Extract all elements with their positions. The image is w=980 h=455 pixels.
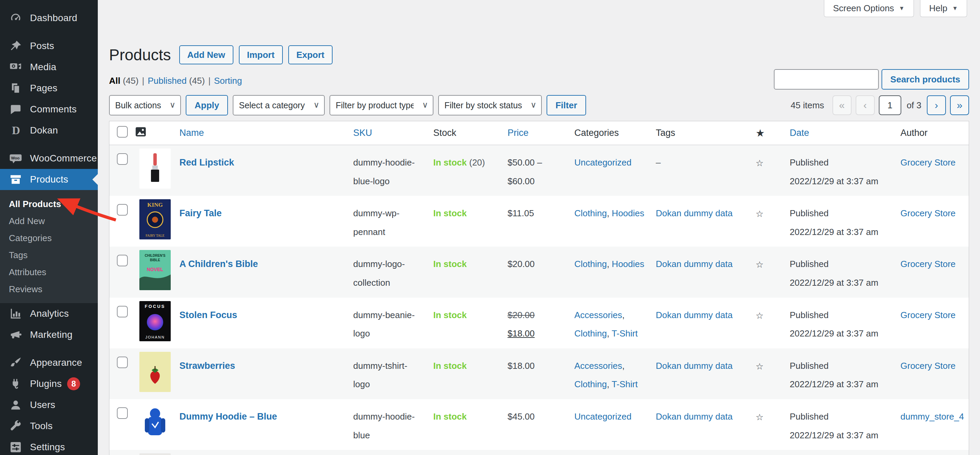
author-link[interactable]: dummy_store_4 xyxy=(900,411,964,422)
sidebar-item-users[interactable]: Users xyxy=(0,395,98,415)
sidebar-item-label: Dokan xyxy=(30,125,58,136)
sidebar-item-woocommerce[interactable]: WooWooCommerce xyxy=(0,148,98,169)
import-button[interactable]: Import xyxy=(239,45,283,64)
help-button[interactable]: Help ▼ xyxy=(920,0,967,17)
product-name-link[interactable]: Dummy Hoodie – Blue xyxy=(180,411,277,423)
submenu-item-add-new[interactable]: Add New xyxy=(0,212,98,230)
row-checkbox[interactable] xyxy=(117,153,128,165)
featured-star-icon[interactable]: ☆ xyxy=(756,361,764,371)
column-header-name[interactable]: Name xyxy=(174,121,348,145)
sidebar-item-label: WooCommerce xyxy=(30,153,97,164)
author-link[interactable]: Grocery Store xyxy=(900,208,956,218)
tag-link[interactable]: Dokan dummy data xyxy=(656,310,733,320)
search-input[interactable] xyxy=(774,69,879,90)
submenu-item-reviews[interactable]: Reviews xyxy=(0,281,98,298)
author-link[interactable]: Grocery Store xyxy=(900,259,956,269)
category-link[interactable]: Clothing xyxy=(574,328,607,339)
featured-star-icon[interactable]: ☆ xyxy=(756,412,764,422)
view-published[interactable]: Published xyxy=(148,76,186,86)
sidebar-item-products[interactable]: Products xyxy=(0,169,98,190)
first-page-button[interactable]: « xyxy=(832,95,851,115)
bulk-actions-select[interactable]: Bulk actions xyxy=(109,95,181,116)
product-name-link[interactable]: A Children's Bible xyxy=(180,258,258,270)
category-link[interactable]: Clothing xyxy=(574,259,607,269)
next-page-button[interactable]: › xyxy=(927,95,946,115)
row-checkbox[interactable] xyxy=(117,306,128,317)
category-link[interactable]: Clothing xyxy=(574,379,607,389)
stock-status-filter-select[interactable]: Filter by stock status xyxy=(438,95,542,116)
export-button[interactable]: Export xyxy=(288,45,332,64)
screen-options-button[interactable]: Screen Options ▼ xyxy=(824,0,914,17)
row-checkbox[interactable] xyxy=(117,204,128,216)
product-type-filter-select[interactable]: Filter by product type xyxy=(329,95,433,116)
sidebar-item-posts[interactable]: Posts xyxy=(0,35,98,57)
tag-link[interactable]: Dokan dummy data xyxy=(656,259,733,269)
prev-page-button[interactable]: ‹ xyxy=(856,95,875,115)
row-checkbox[interactable] xyxy=(117,357,128,368)
category-link[interactable]: Clothing xyxy=(574,208,607,218)
category-link[interactable]: Hoodies xyxy=(612,259,644,269)
sidebar-item-dokan[interactable]: DDokan xyxy=(0,120,98,141)
sidebar-item-tools[interactable]: Tools xyxy=(0,415,98,437)
author-link[interactable]: Grocery Store xyxy=(900,310,956,320)
sidebar-item-dashboard[interactable]: Dashboard xyxy=(0,8,98,29)
tag-link[interactable]: Dokan dummy data xyxy=(656,361,733,371)
sidebar-item-comments[interactable]: Comments xyxy=(0,99,98,120)
sidebar-item-plugins[interactable]: Plugins8 xyxy=(0,373,98,395)
view-sorting[interactable]: Sorting xyxy=(214,76,242,86)
submenu-item-attributes[interactable]: Attributes xyxy=(0,263,98,281)
category-filter-select[interactable]: Select a category xyxy=(233,95,325,116)
select-all-checkbox[interactable] xyxy=(117,126,128,138)
featured-star-icon[interactable]: ☆ xyxy=(756,260,764,270)
sidebar-item-media[interactable]: Media xyxy=(0,57,98,78)
submenu-item-categories[interactable]: Categories xyxy=(0,230,98,247)
category-link[interactable]: T-Shirt xyxy=(612,328,638,339)
row-checkbox[interactable] xyxy=(117,407,128,419)
submenu-item-tags[interactable]: Tags xyxy=(0,247,98,263)
apply-button[interactable]: Apply xyxy=(186,95,228,116)
last-page-button[interactable]: » xyxy=(950,95,969,115)
sidebar-item-analytics[interactable]: Analytics xyxy=(0,303,98,324)
product-name-link[interactable]: Strawberries xyxy=(180,360,235,372)
product-name-link[interactable]: Stolen Focus xyxy=(180,309,237,321)
product-name-link[interactable]: Red Lipstick xyxy=(180,157,234,168)
category-link[interactable]: Uncategorized xyxy=(574,411,632,422)
category-link[interactable]: Accessories xyxy=(574,310,622,320)
current-page-input[interactable] xyxy=(879,95,901,115)
product-name-link[interactable]: Fairy Tale xyxy=(180,208,222,219)
product-thumbnail[interactable]: CHILDREN'SBIBLENOVEL xyxy=(139,250,171,290)
featured-star-icon[interactable]: ☆ xyxy=(756,209,764,219)
table-body: Red Lipstickdummy-hoodie-blue-logoIn sto… xyxy=(110,145,969,455)
product-thumbnail[interactable] xyxy=(139,453,171,455)
filter-button[interactable]: Filter xyxy=(547,95,586,116)
product-thumbnail[interactable] xyxy=(139,352,171,392)
sidebar-item-settings[interactable]: Settings xyxy=(0,437,98,455)
row-checkbox[interactable] xyxy=(117,255,128,266)
product-thumbnail[interactable]: FOCUSJOHANN xyxy=(139,301,171,341)
publish-status: Published xyxy=(790,310,829,320)
featured-star-icon[interactable]: ☆ xyxy=(756,311,764,321)
column-header-price[interactable]: Price xyxy=(502,121,569,145)
view-all[interactable]: All xyxy=(109,76,120,86)
product-thumbnail[interactable] xyxy=(139,403,171,443)
sidebar-item-pages[interactable]: Pages xyxy=(0,78,98,99)
product-thumbnail[interactable] xyxy=(139,149,171,189)
category-link[interactable]: Accessories xyxy=(574,361,622,371)
tag-link[interactable]: Dokan dummy data xyxy=(656,411,733,422)
featured-star-icon[interactable]: ☆ xyxy=(756,158,764,168)
column-header-sku[interactable]: SKU xyxy=(348,121,428,145)
category-link[interactable]: Uncategorized xyxy=(574,157,632,168)
tag-link[interactable]: Dokan dummy data xyxy=(656,208,733,218)
add-new-button[interactable]: Add New xyxy=(179,45,234,64)
search-products-button[interactable]: Search products xyxy=(881,69,969,90)
submenu-item-all-products[interactable]: All Products xyxy=(0,195,98,212)
product-thumbnail[interactable]: KINGFAIRY TALE xyxy=(139,199,171,239)
author-link[interactable]: Grocery Store xyxy=(900,157,956,168)
sidebar-item-marketing[interactable]: Marketing xyxy=(0,324,98,346)
author-link[interactable]: Grocery Store xyxy=(900,361,956,371)
sidebar-item-appearance[interactable]: Appearance xyxy=(0,352,98,373)
column-header-date[interactable]: Date xyxy=(784,121,895,145)
category-link[interactable]: T-Shirt xyxy=(612,379,638,389)
category-link[interactable]: Hoodies xyxy=(612,208,644,218)
product-stock: In stock xyxy=(428,399,502,450)
